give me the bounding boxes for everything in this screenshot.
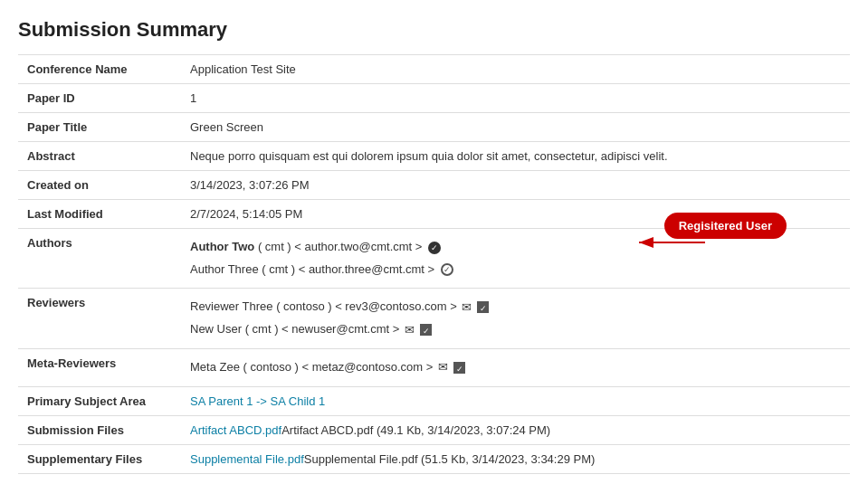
registered-user-badge: Regisitered User bbox=[664, 213, 787, 239]
row-label: Meta-Reviewers bbox=[18, 349, 181, 387]
submission-files-cell: Artifact ABCD.pdfArtifact ABCD.pdf (49.1… bbox=[181, 416, 850, 445]
meta-reviewers-cell: Meta Zee ( contoso ) < metaz@contoso.com… bbox=[181, 349, 850, 387]
table-row: Paper Title Green Screen bbox=[18, 113, 850, 142]
table-row-supplementary-files: Supplementary Files Supplemental File.pd… bbox=[18, 445, 850, 474]
author-2-name: Author Three ( cmt ) < author.three@cmt.… bbox=[190, 262, 434, 276]
row-value: Neque porro quisquam est qui dolorem ips… bbox=[181, 142, 850, 171]
row-label: Submission Files bbox=[18, 416, 181, 445]
row-label: Abstract bbox=[18, 142, 181, 171]
mail-icon-2: ✉ bbox=[405, 319, 415, 342]
table-row-submission-files: Submission Files Artifact ABCD.pdfArtifa… bbox=[18, 416, 850, 445]
row-label: Authors bbox=[18, 229, 181, 289]
supplementary-files-cell: Supplemental File.pdfSupplemental File.p… bbox=[181, 445, 850, 474]
checkbox-icon-3 bbox=[453, 362, 465, 374]
row-label: Conference Name bbox=[18, 55, 181, 84]
reviewer-1: Reviewer Three ( contoso ) < rev3@contos… bbox=[190, 296, 841, 318]
submission-file-link[interactable]: Artifact ABCD.pdf bbox=[190, 423, 281, 437]
row-value: 3/14/2023, 3:07:26 PM bbox=[181, 171, 850, 200]
check-filled-icon: ✓ bbox=[428, 242, 441, 254]
checkbox-icon-1 bbox=[477, 301, 489, 313]
table-row-subject: Primary Subject Area SA Parent 1 -> SA C… bbox=[18, 387, 850, 416]
reviewer-1-info: Reviewer Three ( contoso ) < rev3@contos… bbox=[190, 299, 457, 313]
table-row-authors: Authors Author Two ( cmt ) < author.two@… bbox=[18, 229, 850, 289]
reviewers-cell: Reviewer Three ( contoso ) < rev3@contos… bbox=[181, 289, 850, 349]
table-row-reviewers: Reviewers Reviewer Three ( contoso ) < r… bbox=[18, 289, 850, 349]
table-row: Created on 3/14/2023, 3:07:26 PM bbox=[18, 171, 850, 200]
mail-icon-1: ✉ bbox=[462, 297, 472, 319]
check-outline-icon: ✓ bbox=[441, 263, 453, 276]
row-label: Paper Title bbox=[18, 113, 181, 142]
table-row: Paper ID 1 bbox=[18, 84, 850, 113]
row-label: Last Modified bbox=[18, 200, 181, 229]
row-label: Paper ID bbox=[18, 84, 181, 113]
supplementary-file-details: (51.5 Kb, 3/14/2023, 3:34:29 PM) bbox=[418, 452, 596, 466]
meta-reviewer-1: Meta Zee ( contoso ) < metaz@contoso.com… bbox=[190, 356, 841, 379]
table-row: Conference Name Application Test Site bbox=[18, 55, 850, 84]
row-label: Reviewers bbox=[18, 289, 181, 349]
submission-file-details: (49.1 Kb, 3/14/2023, 3:07:24 PM) bbox=[373, 423, 550, 437]
row-value: Application Test Site bbox=[181, 55, 850, 84]
author-1-org: ( cmt ) < author.two@cmt.cmt > bbox=[258, 240, 423, 253]
submission-file-name: Artifact ABCD.pdf bbox=[281, 423, 373, 437]
subject-area-value: SA Parent 1 -> SA Child 1 bbox=[190, 394, 325, 408]
row-label: Primary Subject Area bbox=[18, 387, 181, 416]
author-2: Author Three ( cmt ) < author.three@cmt.… bbox=[190, 259, 841, 281]
supplementary-file-link[interactable]: Supplemental File.pdf bbox=[190, 452, 304, 466]
checkbox-icon-2 bbox=[420, 324, 432, 336]
table-row: Abstract Neque porro quisquam est qui do… bbox=[18, 142, 850, 171]
row-value: Green Screen bbox=[181, 113, 850, 142]
subject-area-cell: SA Parent 1 -> SA Child 1 bbox=[181, 387, 850, 416]
mail-icon-3: ✉ bbox=[438, 356, 448, 379]
submission-summary-table: Conference Name Application Test Site Pa… bbox=[18, 54, 850, 474]
author-1-name: Author Two bbox=[190, 240, 254, 253]
meta-reviewer-1-info: Meta Zee ( contoso ) < metaz@contoso.com… bbox=[190, 360, 433, 374]
reviewer-2-info: New User ( cmt ) < newuser@cmt.cmt > bbox=[190, 322, 399, 336]
authors-cell: Author Two ( cmt ) < author.two@cmt.cmt … bbox=[181, 229, 850, 289]
author-1: Author Two ( cmt ) < author.two@cmt.cmt … bbox=[190, 236, 841, 259]
row-label: Supplementary Files bbox=[18, 445, 181, 474]
reviewer-2: New User ( cmt ) < newuser@cmt.cmt > ✉ bbox=[190, 318, 841, 341]
page-title: Submission Summary bbox=[18, 18, 850, 42]
row-value: 1 bbox=[181, 84, 850, 113]
row-label: Created on bbox=[18, 171, 181, 200]
table-row-meta-reviewers: Meta-Reviewers Meta Zee ( contoso ) < me… bbox=[18, 349, 850, 387]
supplementary-file-name: Supplemental File.pdf bbox=[304, 452, 418, 466]
